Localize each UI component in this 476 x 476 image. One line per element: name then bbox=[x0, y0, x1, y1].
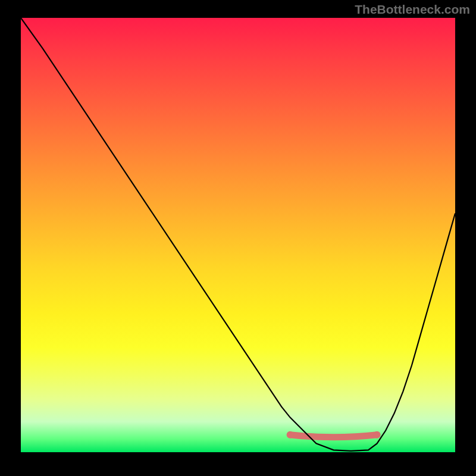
highlight-segment bbox=[290, 435, 377, 437]
chart-plot-area bbox=[21, 18, 455, 452]
chart-curve bbox=[21, 18, 455, 451]
chart-svg bbox=[21, 18, 455, 452]
watermark-text: TheBottleneck.com bbox=[355, 2, 470, 17]
chart-highlight-band bbox=[287, 431, 381, 439]
highlight-dot-left bbox=[287, 431, 294, 439]
highlight-dot-right bbox=[374, 431, 381, 439]
